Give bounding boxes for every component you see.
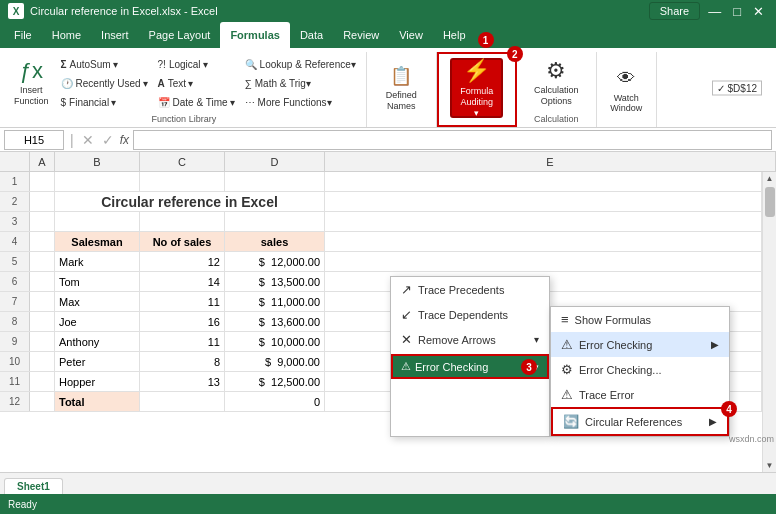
cell-title[interactable]: Circular reference in Excel	[55, 192, 325, 211]
cell-b12-total[interactable]: Total	[55, 392, 140, 411]
cell-c10[interactable]: 8	[140, 352, 225, 371]
cell-c5[interactable]: 12	[140, 252, 225, 271]
tab-view[interactable]: View	[389, 22, 433, 48]
tab-data[interactable]: Data	[290, 22, 333, 48]
cell-c4-header[interactable]: No of sales	[140, 232, 225, 251]
cell-e2[interactable]	[325, 192, 762, 211]
cell-d4-header[interactable]: sales	[225, 232, 325, 251]
cell-c8[interactable]: 16	[140, 312, 225, 331]
cell-d9[interactable]: $ 10,000.00	[225, 332, 325, 351]
tab-review[interactable]: Review	[333, 22, 389, 48]
cell-b1[interactable]	[55, 172, 140, 191]
cell-e3[interactable]	[325, 212, 762, 231]
tab-insert[interactable]: Insert	[91, 22, 139, 48]
trace-error-item[interactable]: ⚠ Trace Error	[551, 382, 729, 407]
cell-c1[interactable]	[140, 172, 225, 191]
cell-c11[interactable]: 13	[140, 372, 225, 391]
error-checking-dots-label: Error Checking...	[579, 364, 662, 376]
cell-a4[interactable]	[30, 232, 55, 251]
table-row: 3	[0, 212, 762, 232]
confirm-icon[interactable]: ✓	[102, 132, 114, 148]
text-button[interactable]: A Text ▾	[154, 74, 239, 92]
formula-auditing-items: ⚡ FormulaAuditing ▾	[450, 56, 503, 120]
cell-b7[interactable]: Max	[55, 292, 140, 311]
clock-icon: 🕐	[61, 78, 73, 89]
autosum-button[interactable]: Σ AutoSum ▾	[57, 55, 152, 73]
watch-window-button[interactable]: 👁 WatchWindow	[604, 60, 648, 120]
cell-a1[interactable]	[30, 172, 55, 191]
cell-c7[interactable]: 11	[140, 292, 225, 311]
cell-b5[interactable]: Mark	[55, 252, 140, 271]
remove-arrows-item[interactable]: ✕ Remove Arrows ▾	[391, 327, 549, 352]
tab-formulas[interactable]: Formulas	[220, 22, 290, 48]
recently-used-button[interactable]: 🕐 Recently Used ▾	[57, 74, 152, 92]
tab-page-layout[interactable]: Page Layout	[139, 22, 221, 48]
cell-d5[interactable]: $ 12,000.00	[225, 252, 325, 271]
cell-d12[interactable]: 0	[225, 392, 325, 411]
cell-c3[interactable]	[140, 212, 225, 231]
tab-file[interactable]: File	[4, 22, 42, 48]
math-button[interactable]: ∑ Math & Trig▾	[241, 74, 360, 92]
cell-d11[interactable]: $ 12,500.00	[225, 372, 325, 391]
step2-badge: 2	[507, 46, 523, 62]
cell-reference-input[interactable]	[4, 130, 64, 150]
cell-b8[interactable]: Joe	[55, 312, 140, 331]
scroll-down-arrow[interactable]: ▼	[764, 459, 776, 472]
defined-names-button[interactable]: 📋 DefinedNames	[380, 58, 423, 118]
logical-button[interactable]: ?! Logical ▾	[154, 55, 239, 73]
autosum-dropdown[interactable]: ▾	[113, 59, 118, 70]
col-header-c: C	[140, 152, 225, 171]
cell-d7[interactable]: $ 11,000.00	[225, 292, 325, 311]
cell-e4[interactable]	[325, 232, 762, 251]
cell-b3[interactable]	[55, 212, 140, 231]
cell-d1[interactable]	[225, 172, 325, 191]
share-button[interactable]: Share	[649, 2, 700, 20]
cell-b6[interactable]: Tom	[55, 272, 140, 291]
cell-a3[interactable]	[30, 212, 55, 231]
cell-d6[interactable]: $ 13,500.00	[225, 272, 325, 291]
cell-d3[interactable]	[225, 212, 325, 231]
scroll-thumb[interactable]	[765, 187, 775, 217]
close-button[interactable]: ✕	[749, 4, 768, 19]
trace-dependents-icon: ↙	[401, 307, 412, 322]
cell-b11[interactable]: Hopper	[55, 372, 140, 391]
cell-e1[interactable]	[325, 172, 762, 191]
cell-a2[interactable]	[30, 192, 55, 211]
trace-precedents-item[interactable]: ↗ Trace Precedents	[391, 277, 549, 302]
lookup-button[interactable]: 🔍 Lookup & Reference▾	[241, 55, 360, 73]
tab-help[interactable]: Help	[433, 22, 476, 48]
fx-label: fx	[120, 133, 129, 147]
trace-dependents-item[interactable]: ↙ Trace Dependents	[391, 302, 549, 327]
cell-c6[interactable]: 14	[140, 272, 225, 291]
cell-c12[interactable]	[140, 392, 225, 411]
financial-button[interactable]: $ Financial ▾	[57, 93, 152, 111]
cell-b4-header[interactable]: Salesman	[55, 232, 140, 251]
scroll-up-arrow[interactable]: ▲	[764, 172, 776, 185]
cell-d10[interactable]: $ 9,000.00	[225, 352, 325, 371]
calculation-label: Calculation	[534, 114, 579, 127]
circular-references-item[interactable]: 🔄 Circular References ▶ 4	[551, 407, 729, 436]
vertical-scrollbar[interactable]: ▲ ▼	[762, 172, 776, 472]
tab-home[interactable]: Home	[42, 22, 91, 48]
recently-used-dropdown[interactable]: ▾	[143, 78, 148, 89]
cancel-icon[interactable]: ✕	[82, 132, 94, 148]
cell-b10[interactable]: Peter	[55, 352, 140, 371]
minimize-button[interactable]: —	[704, 4, 725, 19]
show-formulas-item[interactable]: ≡ Show Formulas	[551, 307, 729, 332]
cell-c9[interactable]: 11	[140, 332, 225, 351]
cell-b9[interactable]: Anthony	[55, 332, 140, 351]
insert-function-button[interactable]: ƒx InsertFunction	[8, 53, 55, 113]
warning-icon: ⚠	[401, 360, 411, 373]
formula-input[interactable]	[133, 130, 772, 150]
formula-auditing-button[interactable]: ⚡ FormulaAuditing ▾	[450, 58, 503, 118]
more-functions-button[interactable]: ⋯ More Functions▾	[241, 93, 360, 111]
sheet-tab-1[interactable]: Sheet1	[4, 478, 63, 494]
calculation-options-button[interactable]: ⚙ CalculationOptions	[528, 53, 585, 113]
error-checking-sub-item[interactable]: ⚠ Error Checking ▶	[551, 332, 729, 357]
maximize-button[interactable]: □	[729, 4, 745, 19]
error-checking-sub-arrow: ▶	[711, 339, 719, 350]
error-checking-dots-item[interactable]: ⚙ Error Checking...	[551, 357, 729, 382]
cell-d8[interactable]: $ 13,600.00	[225, 312, 325, 331]
circular-references-label: Circular References	[585, 416, 682, 428]
date-time-button[interactable]: 📅 Date & Time ▾	[154, 93, 239, 111]
